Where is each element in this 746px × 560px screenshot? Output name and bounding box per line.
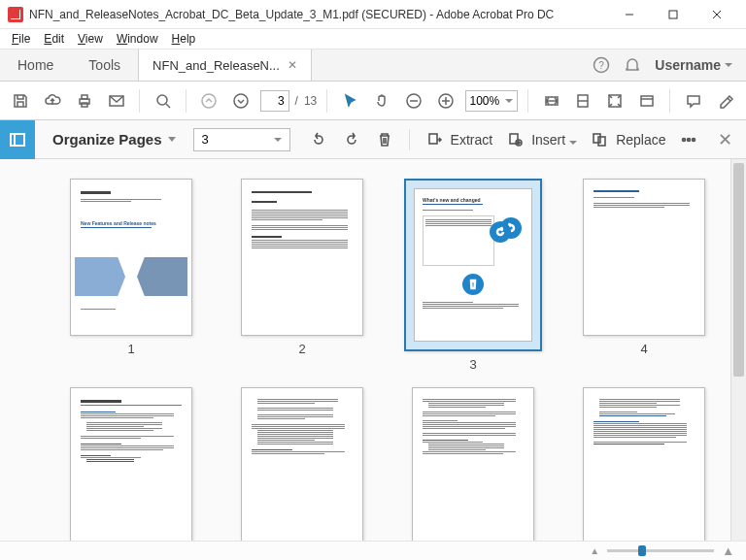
page-down-icon[interactable]	[228, 87, 254, 115]
svg-rect-23	[11, 134, 24, 146]
print-icon[interactable]	[72, 87, 98, 115]
zoom-dropdown[interactable]: 100%	[465, 90, 519, 112]
help-icon[interactable]: ?	[593, 56, 610, 74]
window-title: NFN_and_ReleaseNotes_Acrobat_DC_Beta_Upd…	[29, 8, 607, 21]
insert-icon[interactable]	[500, 125, 529, 154]
svg-rect-7	[82, 95, 87, 99]
svg-rect-30	[593, 134, 600, 143]
close-window-button[interactable]	[695, 1, 738, 28]
page-select-dropdown[interactable]: 3	[193, 128, 290, 151]
hand-tool-icon[interactable]	[369, 87, 395, 115]
window-titlebar: NFN_and_ReleaseNotes_Acrobat_DC_Beta_Upd…	[0, 0, 746, 29]
maximize-button[interactable]	[651, 1, 695, 28]
svg-point-33	[687, 138, 690, 141]
page-thumbnail[interactable]: 4	[571, 179, 717, 372]
select-tool-icon[interactable]	[337, 87, 363, 115]
tab-strip: Home Tools NFN_and_ReleaseN... ✕ ? Usern…	[0, 49, 746, 82]
rotate-left-icon[interactable]	[304, 125, 333, 154]
svg-rect-21	[641, 96, 653, 106]
mail-icon[interactable]	[103, 87, 129, 115]
thumbnail-label: 2	[298, 342, 305, 356]
page-up-icon[interactable]	[196, 87, 222, 115]
page-thumbnail[interactable]: 6	[229, 387, 375, 541]
svg-rect-8	[82, 103, 87, 107]
menu-window[interactable]: Window	[111, 30, 164, 48]
page-sep: /	[295, 94, 298, 108]
organize-pages-dropdown[interactable]: Organize Pages	[52, 131, 176, 148]
replace-icon[interactable]	[585, 125, 614, 154]
replace-label[interactable]: Replace	[616, 132, 665, 148]
read-mode-icon[interactable]	[634, 87, 661, 115]
zoom-out-icon[interactable]	[401, 87, 427, 115]
rotate-right-icon	[490, 221, 511, 243]
notification-icon[interactable]	[624, 56, 641, 74]
more-options-icon[interactable]	[674, 125, 703, 154]
svg-point-13	[234, 94, 248, 108]
extract-icon[interactable]	[420, 125, 449, 154]
main-toolbar: / 13 100%	[0, 82, 746, 120]
thumbnail-label: 1	[127, 342, 134, 356]
page-thumbnail[interactable]: 8	[571, 387, 717, 541]
page-thumbnail-selected[interactable]: What's new and changed	[400, 179, 546, 372]
tab-home[interactable]: Home	[0, 49, 71, 81]
menu-edit[interactable]: Edit	[38, 30, 70, 48]
app-icon	[8, 7, 23, 22]
fullscreen-icon[interactable]	[602, 87, 628, 115]
page-thumbnail[interactable]: 2	[229, 179, 375, 372]
zoom-small-icon[interactable]: ▲	[590, 545, 599, 556]
insert-dropdown[interactable]: Insert	[531, 132, 577, 148]
page-thumbnail[interactable]: New Features and Release notes 1	[58, 179, 204, 372]
svg-point-32	[682, 138, 685, 141]
footer-bar: ▲ ▲	[0, 541, 746, 560]
svg-point-12	[202, 94, 216, 108]
close-panel-icon[interactable]: ✕	[718, 129, 732, 150]
search-icon[interactable]	[150, 87, 176, 115]
minimize-button[interactable]	[607, 1, 651, 28]
save-icon[interactable]	[8, 87, 34, 115]
zoom-in-icon[interactable]	[433, 87, 459, 115]
extract-label[interactable]: Extract	[451, 132, 493, 148]
cloud-icon[interactable]	[40, 87, 66, 115]
page-thumbnail[interactable]: 5	[58, 387, 204, 541]
svg-rect-25	[429, 134, 437, 144]
vertical-scrollbar[interactable]	[730, 159, 746, 541]
comment-icon[interactable]	[680, 87, 706, 115]
svg-text:?: ?	[599, 60, 605, 71]
tab-document[interactable]: NFN_and_ReleaseN... ✕	[138, 49, 312, 81]
menu-view[interactable]: View	[72, 30, 109, 48]
page-total: 13	[304, 94, 317, 108]
page-thumbnail[interactable]: 7	[400, 387, 546, 541]
rotate-right-icon[interactable]	[337, 125, 366, 154]
svg-point-34	[692, 138, 695, 141]
tab-document-label: NFN_and_ReleaseN...	[153, 58, 280, 73]
organize-toolbar: Organize Pages 3 Extract Insert Replace …	[0, 120, 746, 159]
highlight-icon[interactable]	[712, 87, 738, 115]
username-dropdown[interactable]: Username	[655, 57, 732, 73]
thumbnail-label: 3	[469, 357, 476, 372]
menu-help[interactable]: Help	[166, 30, 202, 48]
svg-point-10	[157, 95, 167, 105]
thumbnail-panel: New Features and Release notes 1	[0, 159, 746, 541]
page-number-input[interactable]	[260, 90, 289, 112]
fit-width-icon[interactable]	[538, 87, 564, 115]
tab-tools[interactable]: Tools	[71, 49, 138, 81]
thumbnail-label: 4	[640, 342, 647, 356]
fit-page-icon[interactable]	[570, 87, 596, 115]
svg-rect-1	[669, 11, 677, 18]
svg-rect-31	[598, 137, 605, 146]
trash-icon	[462, 274, 484, 295]
delete-page-icon[interactable]	[370, 125, 399, 154]
thumbnail-zoom-slider[interactable]	[607, 549, 714, 552]
svg-line-11	[166, 104, 170, 108]
panel-toggle-button[interactable]	[0, 120, 35, 159]
menu-file[interactable]: File	[6, 30, 36, 48]
zoom-large-icon[interactable]: ▲	[722, 544, 734, 558]
menu-bar: File Edit View Window Help	[0, 29, 746, 49]
tab-close-icon[interactable]: ✕	[288, 58, 297, 72]
